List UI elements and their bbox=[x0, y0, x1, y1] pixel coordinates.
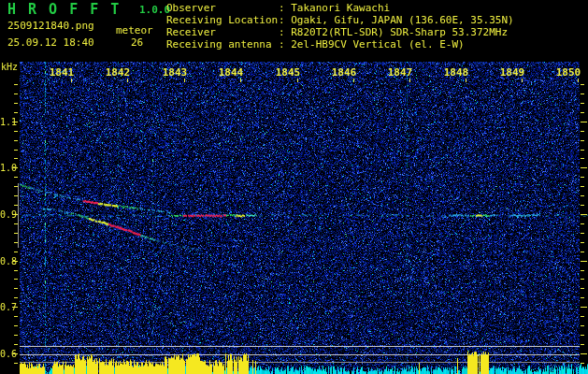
output-filename: 2509121840.png bbox=[7, 21, 94, 31]
tick-mark bbox=[581, 261, 587, 262]
tick-mark bbox=[14, 316, 18, 317]
spectrogram-canvas bbox=[0, 0, 588, 374]
x-axis-tick-label: 1844 bbox=[219, 66, 244, 79]
tick-mark bbox=[184, 79, 185, 82]
tick-mark bbox=[581, 122, 587, 122]
station-info-block: Observer: Takanori KawachiReceiving Loca… bbox=[166, 3, 514, 51]
tick-mark bbox=[581, 252, 584, 252]
tick-mark bbox=[581, 205, 584, 206]
tick-mark bbox=[14, 112, 18, 113]
tick-mark bbox=[14, 150, 18, 151]
tick-mark bbox=[14, 94, 18, 94]
info-row: Receiving Location: Ogaki, Gifu, JAPAN (… bbox=[166, 15, 514, 25]
tick-mark bbox=[581, 131, 584, 132]
x-axis-tick-label: 1846 bbox=[332, 66, 357, 79]
tick-mark bbox=[297, 79, 298, 82]
datetime-label: 25.09.12 18:40 bbox=[7, 37, 94, 48]
info-value: : R820T2(RTL-SDR) SDR-Sharp 53.372MHz bbox=[279, 27, 508, 37]
tick-mark bbox=[14, 363, 18, 364]
tick-mark bbox=[581, 316, 584, 317]
tick-mark bbox=[581, 140, 584, 141]
info-value: : Takanori Kawachi bbox=[279, 3, 390, 13]
tick-mark bbox=[581, 363, 584, 364]
tick-mark bbox=[581, 307, 587, 308]
y-axis-tick-label: 0.7 bbox=[0, 302, 13, 312]
tick-mark bbox=[466, 79, 466, 82]
tick-mark bbox=[581, 288, 584, 289]
y-axis-tick-label: 1.1 bbox=[0, 117, 13, 127]
tick-mark bbox=[14, 131, 18, 132]
y-axis-unit-label: kHz bbox=[1, 63, 18, 72]
tick-mark bbox=[14, 279, 18, 280]
tick-mark bbox=[240, 79, 241, 82]
info-label: Receiving antenna bbox=[166, 39, 279, 50]
detection-window-bar bbox=[18, 183, 19, 248]
y-axis-tick-label: 0.9 bbox=[0, 209, 13, 220]
x-axis-tick-label: 1842 bbox=[106, 66, 131, 79]
tick-mark bbox=[581, 214, 587, 215]
info-value: : Ogaki, Gifu, JAPAN (136.60E, 35.35N) bbox=[279, 15, 514, 25]
tick-mark bbox=[578, 79, 579, 82]
tick-mark bbox=[581, 103, 584, 104]
info-label: Receiving Location bbox=[166, 15, 279, 25]
x-axis-tick-label: 1849 bbox=[500, 66, 525, 79]
tick-mark bbox=[14, 84, 18, 85]
mode-label: meteor bbox=[116, 25, 153, 36]
tick-mark bbox=[581, 150, 584, 151]
x-axis-tick-label: 1848 bbox=[444, 66, 469, 79]
tick-mark bbox=[581, 94, 584, 94]
tick-mark bbox=[581, 186, 584, 187]
tick-mark bbox=[581, 353, 587, 354]
tick-mark bbox=[581, 279, 584, 280]
x-axis-tick-label: 1843 bbox=[163, 66, 188, 79]
tick-mark bbox=[581, 223, 584, 224]
tick-mark bbox=[14, 270, 18, 271]
tick-mark bbox=[581, 112, 584, 113]
info-label: Observer bbox=[166, 3, 279, 13]
x-axis-tick-label: 1841 bbox=[50, 66, 75, 79]
tick-mark bbox=[581, 177, 584, 178]
info-row: Receiver: R820T2(RTL-SDR) SDR-Sharp 53.3… bbox=[166, 27, 514, 37]
tick-mark bbox=[14, 140, 18, 141]
tick-mark bbox=[14, 344, 18, 345]
tick-mark bbox=[409, 79, 410, 82]
tick-mark bbox=[353, 79, 354, 82]
info-label: Receiver bbox=[166, 27, 279, 37]
tick-mark bbox=[581, 158, 584, 159]
y-axis-tick-label: 1.0 bbox=[0, 163, 13, 173]
tick-mark bbox=[12, 353, 18, 354]
info-row: Receiving antenna: 2el-HB9CV Vertical (e… bbox=[166, 39, 514, 50]
tick-mark bbox=[14, 297, 18, 298]
tick-mark bbox=[12, 167, 18, 168]
hrofft-output-image: H R O F F T 1.0.0 2509121840.png meteor … bbox=[0, 0, 588, 374]
y-axis-tick-label: 0.8 bbox=[0, 256, 13, 266]
tick-mark bbox=[71, 79, 72, 82]
x-axis-tick-label: 1847 bbox=[388, 66, 413, 79]
tick-mark bbox=[12, 307, 18, 308]
info-row: Observer: Takanori Kawachi bbox=[166, 3, 514, 13]
tick-mark bbox=[581, 195, 584, 196]
tick-mark bbox=[581, 167, 587, 168]
tick-mark bbox=[14, 252, 18, 252]
tick-mark bbox=[581, 242, 584, 243]
info-value: : 2el-HB9CV Vertical (el. E-W) bbox=[279, 39, 465, 50]
tick-mark bbox=[12, 261, 18, 262]
tick-mark bbox=[581, 270, 584, 271]
tick-mark bbox=[581, 84, 584, 85]
tick-mark bbox=[14, 288, 18, 289]
tick-mark bbox=[14, 335, 18, 336]
tick-mark bbox=[581, 344, 584, 345]
x-axis-tick-label: 1850 bbox=[556, 66, 581, 79]
tick-mark bbox=[14, 103, 18, 104]
meteor-count: 26 bbox=[131, 37, 143, 48]
tick-mark bbox=[581, 325, 584, 326]
tick-mark bbox=[522, 79, 523, 82]
tick-mark bbox=[581, 297, 584, 298]
tick-mark bbox=[14, 158, 18, 159]
tick-mark bbox=[14, 177, 18, 178]
x-axis-tick-label: 1845 bbox=[276, 66, 301, 79]
app-title: H R O F F T bbox=[7, 3, 121, 17]
tick-mark bbox=[12, 122, 18, 122]
tick-mark bbox=[581, 335, 584, 336]
tick-mark bbox=[581, 233, 584, 234]
